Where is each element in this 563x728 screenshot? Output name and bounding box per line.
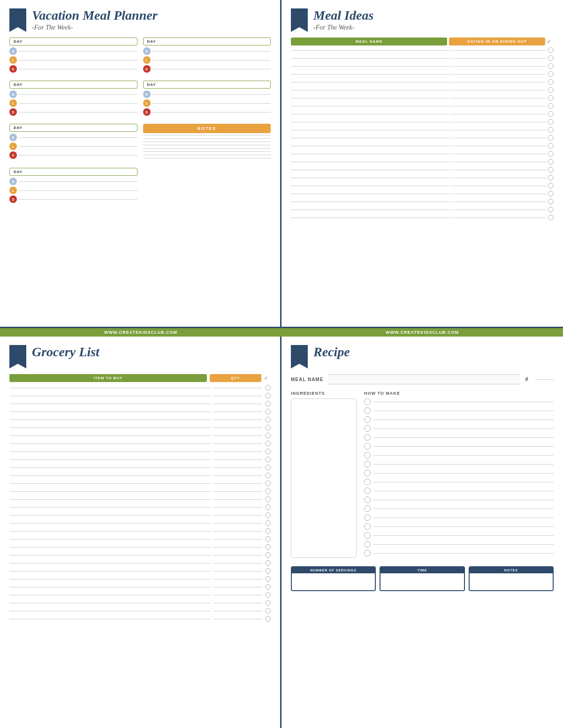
how-circle[interactable] bbox=[364, 461, 371, 467]
mi-circle[interactable] bbox=[548, 47, 554, 53]
gr-circle[interactable] bbox=[265, 528, 271, 534]
meal-line-l-1 bbox=[19, 60, 137, 60]
gr-circle[interactable] bbox=[265, 600, 271, 606]
mi-circle[interactable] bbox=[548, 87, 554, 93]
gr-circle[interactable] bbox=[265, 425, 271, 430]
meal-row-b-2: B bbox=[143, 47, 271, 55]
how-circle[interactable] bbox=[364, 470, 371, 476]
how-circle[interactable] bbox=[364, 532, 371, 539]
ingredients-box[interactable] bbox=[291, 398, 357, 558]
gr-circle[interactable] bbox=[265, 552, 271, 558]
gr-circle[interactable] bbox=[265, 441, 271, 446]
how-circle[interactable] bbox=[364, 541, 371, 548]
mi-name-line bbox=[291, 114, 449, 114]
time-content[interactable] bbox=[380, 573, 464, 590]
mi-circle[interactable] bbox=[548, 215, 554, 220]
mi-circle[interactable] bbox=[548, 71, 554, 77]
gr-circle[interactable] bbox=[265, 496, 271, 502]
mi-circle[interactable] bbox=[548, 127, 554, 133]
mi-circle[interactable] bbox=[548, 79, 554, 85]
gr-circle[interactable] bbox=[265, 544, 271, 550]
mi-circle[interactable] bbox=[548, 63, 554, 69]
gr-item-line bbox=[9, 499, 211, 500]
how-circle[interactable] bbox=[364, 425, 371, 432]
how-circle[interactable] bbox=[364, 523, 371, 530]
meal-idea-row bbox=[291, 183, 554, 188]
gr-circle[interactable] bbox=[265, 592, 271, 598]
how-circle[interactable] bbox=[364, 550, 371, 556]
meal-name-input[interactable] bbox=[328, 374, 520, 384]
mi-circle[interactable] bbox=[548, 119, 554, 125]
mi-circle[interactable] bbox=[548, 167, 554, 173]
gr-circle[interactable] bbox=[265, 401, 271, 406]
mi-circle[interactable] bbox=[548, 199, 554, 204]
gr-circle[interactable] bbox=[265, 616, 271, 622]
mi-circle[interactable] bbox=[548, 143, 554, 149]
mi-name-line bbox=[291, 146, 449, 146]
how-circle[interactable] bbox=[364, 505, 371, 512]
gr-circle[interactable] bbox=[265, 473, 271, 478]
mi-circle[interactable] bbox=[548, 135, 554, 141]
gr-circle[interactable] bbox=[265, 520, 271, 526]
gr-item-line bbox=[9, 555, 211, 555]
how-to-row bbox=[364, 532, 554, 539]
how-circle[interactable] bbox=[364, 434, 371, 441]
day-block-3: DAY B L D bbox=[9, 81, 137, 117]
notes-footer-content[interactable] bbox=[470, 573, 553, 590]
mi-circle[interactable] bbox=[548, 111, 554, 117]
gr-circle[interactable] bbox=[265, 504, 271, 510]
mi-circle[interactable] bbox=[548, 207, 554, 212]
mi-circle[interactable] bbox=[548, 103, 554, 109]
how-circle[interactable] bbox=[364, 398, 371, 405]
meal-idea-row bbox=[291, 63, 554, 69]
tr-banner: Meal Ideas -For The Week- bbox=[291, 8, 554, 32]
meal-row-l-1: L bbox=[9, 56, 137, 64]
gr-circle[interactable] bbox=[265, 465, 271, 470]
gr-circle[interactable] bbox=[265, 608, 271, 614]
gr-item-line bbox=[9, 539, 211, 540]
gr-circle[interactable] bbox=[265, 393, 271, 398]
meal-line-4 bbox=[152, 94, 271, 95]
gr-circle[interactable] bbox=[265, 433, 271, 438]
mi-circle[interactable] bbox=[548, 159, 554, 165]
meal-row-b-3: B bbox=[9, 90, 137, 98]
gr-circle[interactable] bbox=[265, 576, 271, 582]
meal-idea-row bbox=[291, 127, 554, 133]
gr-circle[interactable] bbox=[265, 512, 271, 518]
gr-circle[interactable] bbox=[265, 568, 271, 574]
gr-circle[interactable] bbox=[265, 385, 271, 390]
badge-l-3: L bbox=[9, 99, 17, 107]
how-circle[interactable] bbox=[364, 452, 371, 458]
mi-circle[interactable] bbox=[548, 191, 554, 196]
gr-circle[interactable] bbox=[265, 480, 271, 486]
how-circle[interactable] bbox=[364, 514, 371, 521]
gr-qty-line bbox=[214, 595, 262, 595]
badge-b-2: B bbox=[143, 47, 151, 55]
mi-circle[interactable] bbox=[548, 55, 554, 61]
how-circle[interactable] bbox=[364, 479, 371, 485]
mi-circle[interactable] bbox=[548, 175, 554, 180]
how-circle[interactable] bbox=[364, 407, 371, 414]
gr-circle[interactable] bbox=[265, 536, 271, 542]
mi-circle[interactable] bbox=[548, 183, 554, 188]
mi-circle[interactable] bbox=[548, 95, 554, 101]
badge-d-3: D bbox=[9, 108, 17, 116]
how-circle[interactable] bbox=[364, 496, 371, 503]
mi-name-line bbox=[291, 106, 449, 106]
how-circle[interactable] bbox=[364, 488, 371, 494]
gr-circle[interactable] bbox=[265, 449, 271, 454]
gr-circle[interactable] bbox=[265, 417, 271, 422]
servings-label: NUMBER OF SERVINGS bbox=[292, 567, 375, 573]
how-circle[interactable] bbox=[364, 443, 371, 450]
mi-circle[interactable] bbox=[548, 151, 554, 157]
gr-qty-line bbox=[214, 420, 262, 420]
gr-circle[interactable] bbox=[265, 488, 271, 494]
how-circle[interactable] bbox=[364, 416, 371, 423]
gr-circle[interactable] bbox=[265, 560, 271, 566]
day-block-5: DAY B L D bbox=[9, 124, 137, 161]
servings-content[interactable] bbox=[292, 573, 375, 590]
gr-circle[interactable] bbox=[265, 457, 271, 462]
gr-circle[interactable] bbox=[265, 584, 271, 590]
gr-circle[interactable] bbox=[265, 409, 271, 414]
how-to-row bbox=[364, 443, 554, 450]
